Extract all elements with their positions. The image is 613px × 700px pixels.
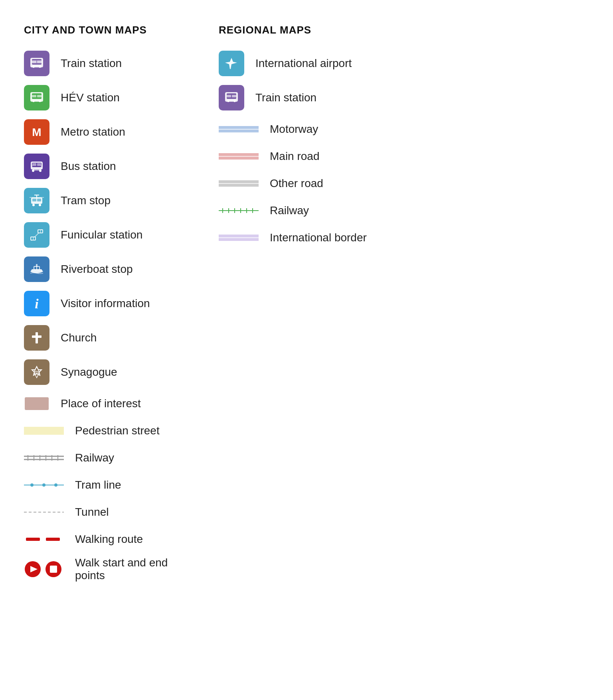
- svg-rect-4: [33, 65, 40, 67]
- svg-rect-77: [227, 95, 231, 97]
- left-title: CITY AND TOWN MAPS: [24, 24, 195, 36]
- tunnel-label: Tunnel: [75, 506, 109, 519]
- svg-rect-14: [37, 95, 42, 97]
- walk-points-label: Walk start and end points: [75, 556, 195, 582]
- svg-rect-40: [41, 230, 42, 233]
- train-station-label: Train station: [61, 57, 122, 70]
- svg-point-64: [54, 483, 57, 487]
- tram-stop-label: Tram stop: [61, 194, 111, 207]
- train-station-icon: [24, 51, 49, 76]
- svg-rect-36: [31, 237, 33, 240]
- svg-rect-37: [34, 237, 35, 240]
- svg-rect-28: [37, 199, 41, 201]
- pedestrian-street-icon: [24, 425, 64, 436]
- legend-item-main-road: Main road: [219, 146, 390, 166]
- train-station-r-label: Train station: [255, 91, 316, 104]
- tunnel-icon: [24, 507, 64, 518]
- svg-rect-66: [26, 538, 40, 541]
- tram-line-label: Tram line: [75, 479, 121, 491]
- left-column: CITY AND TOWN MAPS Train station: [24, 24, 211, 589]
- church-label: Church: [61, 331, 97, 344]
- legend-item-tram-line: Tram line: [24, 475, 195, 495]
- legend-item-riverboat-stop: Riverboat stop: [24, 256, 195, 282]
- svg-text:i: i: [35, 296, 39, 311]
- legend-item-intl-border: International border: [219, 228, 390, 248]
- svg-rect-43: [37, 267, 39, 269]
- svg-rect-71: [50, 566, 57, 573]
- legend-item-railway: Railway: [24, 448, 195, 468]
- legend-item-tunnel: Tunnel: [24, 502, 195, 522]
- legend-item-motorway: Motorway: [219, 119, 390, 139]
- svg-rect-52: [24, 427, 64, 435]
- train-station-r-icon: [219, 85, 244, 110]
- railway-line-icon: [24, 452, 64, 463]
- railway-r-label: Railway: [270, 204, 309, 217]
- visitor-info-label: Visitor information: [61, 297, 150, 310]
- svg-rect-76: [228, 100, 235, 101]
- svg-text:M: M: [32, 126, 41, 138]
- legend-item-church: Church: [24, 325, 195, 351]
- svg-point-62: [30, 483, 34, 487]
- main-road-label: Main road: [270, 150, 320, 163]
- legend-item-synagogue: Synagogue: [24, 359, 195, 385]
- legend-item-funicular-station: Funicular station: [24, 222, 195, 248]
- svg-marker-48: [32, 367, 42, 375]
- legend-item-walking-route: Walking route: [24, 529, 195, 549]
- svg-rect-25: [41, 165, 43, 167]
- svg-rect-27: [32, 199, 36, 201]
- legend-item-tram-stop: Tram stop: [24, 188, 195, 213]
- svg-rect-47: [32, 335, 42, 338]
- svg-rect-12: [33, 100, 40, 101]
- legend-item-railway-r: Railway: [219, 201, 390, 221]
- svg-rect-23: [37, 163, 41, 166]
- legend-item-intl-airport: International airport: [219, 51, 390, 76]
- pedestrian-street-label: Pedestrian street: [75, 424, 160, 437]
- intl-airport-label: International airport: [255, 57, 352, 70]
- funicular-station-icon: [24, 222, 49, 248]
- legend-item-pedestrian-street: Pedestrian street: [24, 421, 195, 441]
- tram-line-icon: [24, 479, 64, 491]
- church-icon: [24, 325, 49, 351]
- visitor-info-icon: i: [24, 291, 49, 316]
- metro-station-label: Metro station: [61, 126, 125, 138]
- svg-rect-6: [32, 61, 36, 63]
- railway-label: Railway: [75, 452, 114, 464]
- intl-airport-icon: [219, 51, 244, 76]
- page: CITY AND TOWN MAPS Train station: [24, 24, 390, 589]
- legend-item-bus-station: Bus station: [24, 154, 195, 179]
- riverboat-stop-label: Riverboat stop: [61, 263, 133, 276]
- legend-item-walk-points: Walk start and end points: [24, 556, 195, 582]
- svg-point-29: [32, 204, 35, 206]
- motorway-label: Motorway: [270, 123, 318, 136]
- legend-item-hev-station: HÉV station: [24, 85, 195, 110]
- svg-rect-24: [31, 165, 33, 167]
- legend-item-train-station-r: Train station: [219, 85, 390, 110]
- hev-station-label: HÉV station: [61, 91, 120, 104]
- right-title: REGIONAL MAPS: [219, 24, 390, 36]
- walking-route-icon: [24, 534, 64, 545]
- metro-station-icon: M: [24, 119, 49, 145]
- intl-border-label: International border: [270, 231, 367, 244]
- legend-item-train-station: Train station: [24, 51, 195, 76]
- svg-rect-44: [36, 264, 38, 267]
- synagogue-label: Synagogue: [61, 366, 117, 379]
- motorway-line-icon: [219, 124, 259, 135]
- riverboat-stop-icon: [24, 256, 49, 282]
- place-interest-icon: [24, 396, 49, 412]
- svg-rect-42: [34, 267, 36, 269]
- other-road-line-icon: [219, 178, 259, 189]
- main-road-line-icon: [219, 151, 259, 162]
- hev-station-icon: [24, 85, 49, 110]
- legend-item-other-road: Other road: [219, 174, 390, 193]
- svg-rect-39: [38, 230, 40, 233]
- funicular-station-label: Funicular station: [61, 229, 142, 241]
- synagogue-icon: [24, 359, 49, 385]
- svg-rect-13: [32, 95, 36, 97]
- railway-r-line-icon: [219, 205, 259, 216]
- svg-rect-51: [25, 397, 49, 410]
- other-road-label: Other road: [270, 177, 323, 190]
- bus-station-label: Bus station: [61, 160, 116, 173]
- walk-points-icon: [24, 559, 64, 579]
- intl-border-line-icon: [219, 232, 259, 243]
- right-column: REGIONAL MAPS International airport: [211, 24, 390, 589]
